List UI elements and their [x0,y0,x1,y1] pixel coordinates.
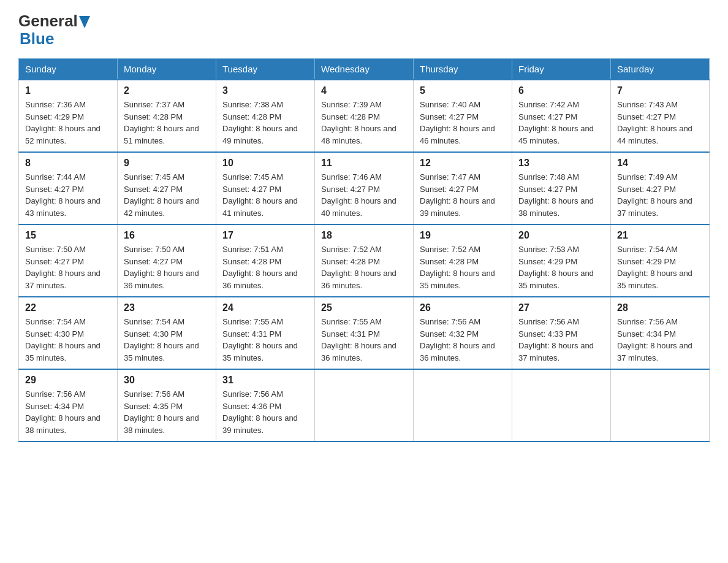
svg-marker-0 [79,16,90,28]
calendar-cell: 22 Sunrise: 7:54 AMSunset: 4:30 PMDaylig… [19,297,118,369]
calendar-cell: 13 Sunrise: 7:48 AMSunset: 4:27 PMDaylig… [512,152,611,224]
day-number: 6 [518,85,604,96]
day-number: 28 [617,302,703,313]
calendar-cell: 27 Sunrise: 7:56 AMSunset: 4:33 PMDaylig… [512,297,611,369]
day-number: 22 [25,302,111,313]
day-number: 31 [222,375,308,386]
weekday-header: Thursday [414,59,512,80]
day-number: 24 [222,302,308,313]
calendar-cell: 16 Sunrise: 7:50 AMSunset: 4:27 PMDaylig… [118,224,216,297]
calendar-cell [414,369,512,442]
day-info: Sunrise: 7:56 AMSunset: 4:36 PMDaylight:… [222,388,308,436]
day-info: Sunrise: 7:56 AMSunset: 4:34 PMDaylight:… [25,388,111,436]
day-info: Sunrise: 7:56 AMSunset: 4:35 PMDaylight:… [124,388,210,436]
calendar-cell: 29 Sunrise: 7:56 AMSunset: 4:34 PMDaylig… [19,369,118,442]
day-number: 30 [124,375,210,386]
day-number: 3 [222,85,308,96]
day-info: Sunrise: 7:44 AMSunset: 4:27 PMDaylight:… [25,171,111,219]
day-info: Sunrise: 7:54 AMSunset: 4:30 PMDaylight:… [124,316,210,364]
day-info: Sunrise: 7:53 AMSunset: 4:29 PMDaylight:… [518,243,604,291]
weekday-header: Wednesday [315,59,414,80]
calendar-table: SundayMondayTuesdayWednesdayThursdayFrid… [18,58,710,442]
calendar-cell: 18 Sunrise: 7:52 AMSunset: 4:28 PMDaylig… [315,224,414,297]
day-info: Sunrise: 7:45 AMSunset: 4:27 PMDaylight:… [222,171,308,219]
day-info: Sunrise: 7:42 AMSunset: 4:27 PMDaylight:… [518,99,604,147]
day-number: 16 [124,230,210,241]
day-info: Sunrise: 7:55 AMSunset: 4:31 PMDaylight:… [222,316,308,364]
calendar-cell: 26 Sunrise: 7:56 AMSunset: 4:32 PMDaylig… [414,297,512,369]
day-info: Sunrise: 7:56 AMSunset: 4:33 PMDaylight:… [518,316,604,364]
day-info: Sunrise: 7:52 AMSunset: 4:28 PMDaylight:… [321,243,407,291]
day-number: 15 [25,230,111,241]
calendar-cell: 12 Sunrise: 7:47 AMSunset: 4:27 PMDaylig… [414,152,512,224]
day-info: Sunrise: 7:47 AMSunset: 4:27 PMDaylight:… [420,171,506,219]
day-info: Sunrise: 7:54 AMSunset: 4:29 PMDaylight:… [617,243,703,291]
day-info: Sunrise: 7:38 AMSunset: 4:28 PMDaylight:… [222,99,308,147]
calendar-cell: 19 Sunrise: 7:52 AMSunset: 4:28 PMDaylig… [414,224,512,297]
weekday-header: Friday [512,59,611,80]
day-info: Sunrise: 7:39 AMSunset: 4:28 PMDaylight:… [321,99,407,147]
day-number: 26 [420,302,506,313]
day-info: Sunrise: 7:56 AMSunset: 4:32 PMDaylight:… [420,316,506,364]
day-number: 20 [518,230,604,241]
calendar-cell: 8 Sunrise: 7:44 AMSunset: 4:27 PMDayligh… [19,152,118,224]
weekday-header: Monday [118,59,216,80]
day-number: 19 [420,230,506,241]
calendar-cell: 9 Sunrise: 7:45 AMSunset: 4:27 PMDayligh… [118,152,216,224]
page-header: General Blue [18,12,710,47]
day-number: 21 [617,230,703,241]
day-info: Sunrise: 7:46 AMSunset: 4:27 PMDaylight:… [321,171,407,219]
logo: General Blue [18,12,90,47]
day-info: Sunrise: 7:37 AMSunset: 4:28 PMDaylight:… [124,99,210,147]
calendar-cell: 4 Sunrise: 7:39 AMSunset: 4:28 PMDayligh… [315,80,414,152]
day-number: 14 [617,158,703,169]
weekday-header: Tuesday [216,59,315,80]
calendar-cell: 2 Sunrise: 7:37 AMSunset: 4:28 PMDayligh… [118,80,216,152]
day-info: Sunrise: 7:50 AMSunset: 4:27 PMDaylight:… [25,243,111,291]
calendar-cell: 24 Sunrise: 7:55 AMSunset: 4:31 PMDaylig… [216,297,315,369]
day-number: 2 [124,85,210,96]
calendar-cell: 23 Sunrise: 7:54 AMSunset: 4:30 PMDaylig… [118,297,216,369]
day-number: 11 [321,158,407,169]
calendar-cell: 11 Sunrise: 7:46 AMSunset: 4:27 PMDaylig… [315,152,414,224]
day-info: Sunrise: 7:50 AMSunset: 4:27 PMDaylight:… [124,243,210,291]
day-info: Sunrise: 7:43 AMSunset: 4:27 PMDaylight:… [617,99,703,147]
calendar-cell: 7 Sunrise: 7:43 AMSunset: 4:27 PMDayligh… [611,80,710,152]
day-info: Sunrise: 7:54 AMSunset: 4:30 PMDaylight:… [25,316,111,364]
calendar-cell: 6 Sunrise: 7:42 AMSunset: 4:27 PMDayligh… [512,80,611,152]
calendar-cell: 3 Sunrise: 7:38 AMSunset: 4:28 PMDayligh… [216,80,315,152]
day-number: 29 [25,375,111,386]
calendar-cell [512,369,611,442]
day-number: 4 [321,85,407,96]
day-number: 18 [321,230,407,241]
calendar-cell: 21 Sunrise: 7:54 AMSunset: 4:29 PMDaylig… [611,224,710,297]
day-number: 13 [518,158,604,169]
calendar-cell: 17 Sunrise: 7:51 AMSunset: 4:28 PMDaylig… [216,224,315,297]
calendar-cell [611,369,710,442]
calendar-cell: 10 Sunrise: 7:45 AMSunset: 4:27 PMDaylig… [216,152,315,224]
day-number: 27 [518,302,604,313]
day-number: 12 [420,158,506,169]
day-info: Sunrise: 7:56 AMSunset: 4:34 PMDaylight:… [617,316,703,364]
day-number: 17 [222,230,308,241]
day-info: Sunrise: 7:49 AMSunset: 4:27 PMDaylight:… [617,171,703,219]
day-info: Sunrise: 7:45 AMSunset: 4:27 PMDaylight:… [124,171,210,219]
day-number: 7 [617,85,703,96]
day-info: Sunrise: 7:48 AMSunset: 4:27 PMDaylight:… [518,171,604,219]
calendar-cell [315,369,414,442]
calendar-cell: 20 Sunrise: 7:53 AMSunset: 4:29 PMDaylig… [512,224,611,297]
logo-general: General [18,12,90,30]
calendar-cell: 30 Sunrise: 7:56 AMSunset: 4:35 PMDaylig… [118,369,216,442]
day-info: Sunrise: 7:52 AMSunset: 4:28 PMDaylight:… [420,243,506,291]
day-info: Sunrise: 7:40 AMSunset: 4:27 PMDaylight:… [420,99,506,147]
logo-blue: Blue [18,30,54,48]
day-info: Sunrise: 7:55 AMSunset: 4:31 PMDaylight:… [321,316,407,364]
calendar-cell: 5 Sunrise: 7:40 AMSunset: 4:27 PMDayligh… [414,80,512,152]
day-number: 23 [124,302,210,313]
day-number: 1 [25,85,111,96]
day-info: Sunrise: 7:51 AMSunset: 4:28 PMDaylight:… [222,243,308,291]
calendar-cell: 25 Sunrise: 7:55 AMSunset: 4:31 PMDaylig… [315,297,414,369]
day-number: 5 [420,85,506,96]
day-number: 8 [25,158,111,169]
day-number: 9 [124,158,210,169]
